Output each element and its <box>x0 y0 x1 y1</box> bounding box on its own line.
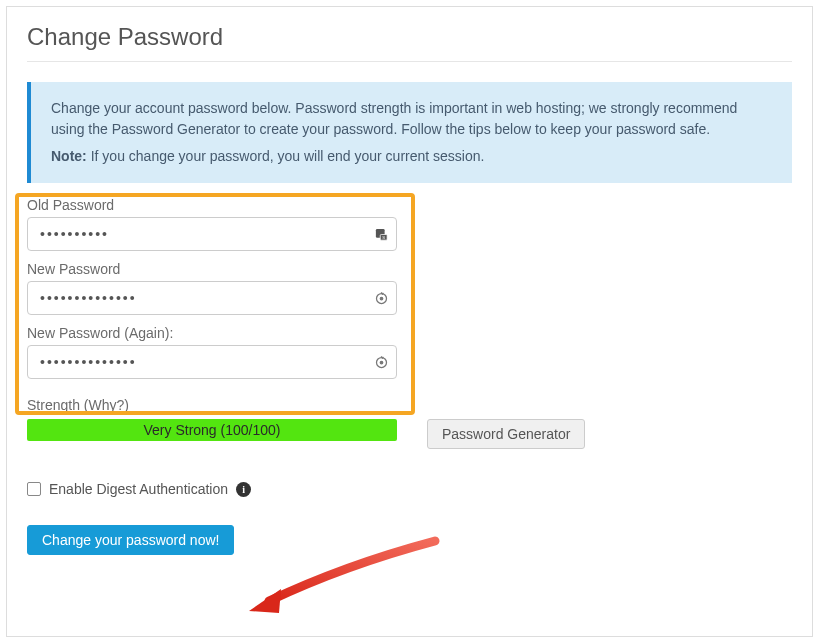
new-password-input[interactable] <box>27 281 397 315</box>
alert-body-text: Change your account password below. Pass… <box>51 98 772 140</box>
info-icon[interactable]: i <box>236 482 251 497</box>
alert-note: Note: If you change your password, you w… <box>51 146 772 167</box>
digest-auth-row: Enable Digest Authentication i <box>27 481 792 497</box>
change-password-panel: Change Password Change your account pass… <box>6 6 813 637</box>
svg-text:S: S <box>382 234 385 239</box>
old-password-group: Old Password S <box>27 197 792 251</box>
info-alert: Change your account password below. Pass… <box>27 82 792 183</box>
new-password-label: New Password <box>27 261 792 277</box>
alert-note-label: Note: <box>51 148 87 164</box>
generate-icon[interactable] <box>373 290 389 306</box>
strength-meter: Very Strong (100/100) <box>27 419 397 441</box>
password-generator-button[interactable]: Password Generator <box>427 419 585 449</box>
change-password-button[interactable]: Change your password now! <box>27 525 234 555</box>
digest-auth-checkbox[interactable] <box>27 482 41 496</box>
svg-point-4 <box>380 297 383 300</box>
new-password-again-input[interactable] <box>27 345 397 379</box>
new-password-group: New Password <box>27 261 792 315</box>
svg-point-6 <box>380 361 383 364</box>
generate-icon[interactable] <box>373 354 389 370</box>
old-password-label: Old Password <box>27 197 792 213</box>
password-manager-icon[interactable]: S <box>373 226 389 242</box>
strength-label[interactable]: Strength (Why?) <box>27 397 397 413</box>
password-form: Old Password S New Password <box>27 197 792 555</box>
new-password-again-label: New Password (Again): <box>27 325 792 341</box>
old-password-input[interactable] <box>27 217 397 251</box>
page-title: Change Password <box>27 23 792 62</box>
alert-note-body: If you change your password, you will en… <box>91 148 485 164</box>
new-password-again-group: New Password (Again): <box>27 325 792 379</box>
digest-auth-label: Enable Digest Authentication <box>49 481 228 497</box>
svg-marker-7 <box>249 589 281 613</box>
